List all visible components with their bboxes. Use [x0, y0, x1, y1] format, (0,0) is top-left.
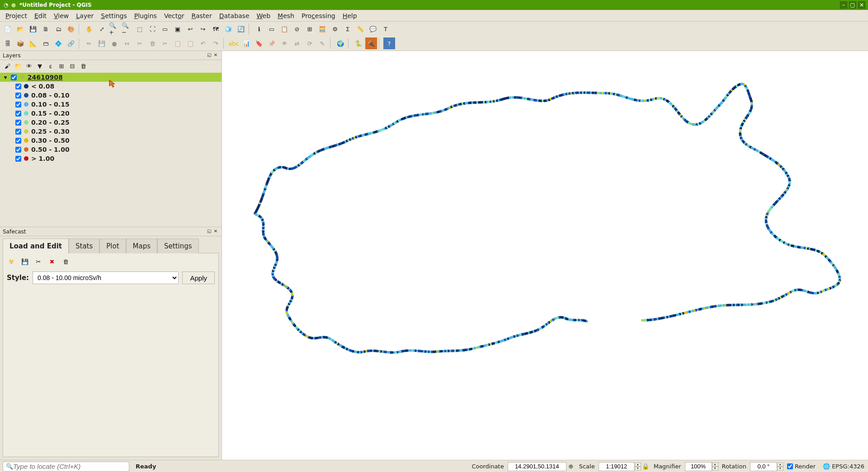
magnifier-up-button[interactable]: ▴: [712, 463, 718, 467]
legend-row[interactable]: 0.30 - 0.50: [0, 136, 222, 145]
menu-processing[interactable]: Processing: [298, 11, 339, 21]
tab-load-and-edit[interactable]: Load and Edit: [3, 238, 69, 253]
safecast-panel-close-button[interactable]: ✕: [212, 229, 219, 235]
legend-checkbox[interactable]: [15, 138, 21, 144]
menu-mesh[interactable]: Mesh: [274, 11, 298, 21]
layout-manager-button[interactable]: 🗂: [52, 23, 64, 35]
deselect-button[interactable]: ⊘: [291, 23, 303, 35]
legend-checkbox[interactable]: [15, 93, 21, 98]
annotation-button[interactable]: T: [380, 23, 392, 35]
legend-checkbox[interactable]: [15, 129, 21, 135]
coordinate-input[interactable]: [508, 462, 566, 471]
legend-row[interactable]: > 1.00: [0, 154, 222, 163]
layer-row-selected[interactable]: ▾ ⁘ 24610908: [0, 73, 222, 82]
cancel-icon[interactable]: ✖: [47, 257, 57, 266]
zoom-out-button[interactable]: 🔍−: [121, 23, 133, 35]
legend-row[interactable]: 0.15 - 0.20: [0, 109, 222, 118]
select-by-value-button[interactable]: 📋: [278, 23, 290, 35]
filter-expression-button[interactable]: ε: [46, 61, 55, 70]
window-minimize-button[interactable]: –: [840, 1, 847, 9]
legend-checkbox[interactable]: [15, 111, 21, 117]
rotate-label-button[interactable]: ⟳: [304, 37, 316, 49]
layers-panel-undock-button[interactable]: ◱: [206, 52, 212, 59]
save-project-button[interactable]: 💾: [27, 23, 39, 35]
manage-visibility-button[interactable]: 👁: [24, 61, 33, 70]
legend-checkbox[interactable]: [15, 102, 21, 107]
osm-download-button[interactable]: 🌍: [335, 37, 346, 49]
rotation-down-button[interactable]: ▾: [777, 467, 783, 471]
pin-label-button[interactable]: 📌: [266, 37, 278, 49]
toolbox-button[interactable]: ⚙: [329, 23, 341, 35]
menu-layer[interactable]: Layer: [72, 11, 97, 21]
new-virtual-layer-button[interactable]: 🔗: [65, 37, 77, 49]
window-close-button[interactable]: ✕: [858, 1, 865, 9]
rotation-up-button[interactable]: ▴: [777, 463, 783, 467]
expand-collapse-icon[interactable]: ▾: [3, 74, 8, 81]
legend-checkbox[interactable]: [15, 147, 21, 153]
legend-row[interactable]: 0.20 - 0.25: [0, 118, 222, 127]
legend-checkbox[interactable]: [15, 156, 21, 162]
plugin-manager-button[interactable]: 🔌: [365, 37, 377, 49]
rotation-input[interactable]: [750, 462, 777, 471]
locator-bar[interactable]: 🔍: [3, 462, 129, 472]
menu-project[interactable]: Project: [2, 11, 31, 21]
data-source-manager-button[interactable]: 🗄: [2, 37, 14, 49]
coord-toggle-button[interactable]: ⊕: [566, 462, 576, 471]
save-icon[interactable]: 💾: [20, 257, 29, 266]
select-button[interactable]: ▭: [266, 23, 278, 35]
zoom-in-button[interactable]: 🔍+: [108, 23, 120, 35]
label-highlight-button[interactable]: 🔖: [253, 37, 265, 49]
new-print-layout-button[interactable]: 🗎: [40, 23, 52, 35]
magnifier-down-button[interactable]: ▾: [712, 467, 718, 471]
style-layer-button[interactable]: 🖌: [3, 61, 12, 70]
filter-legend-button[interactable]: ▼: [35, 61, 44, 70]
toggle-editing-button[interactable]: ✏: [83, 37, 95, 49]
expand-all-button[interactable]: ⊞: [57, 61, 66, 70]
new-memory-layer-button[interactable]: 💠: [52, 37, 64, 49]
locator-input[interactable]: [13, 463, 126, 470]
refresh-button[interactable]: 🔄: [235, 23, 247, 35]
redo-button[interactable]: ↷: [210, 37, 222, 49]
legend-row[interactable]: 0.08 - 0.10: [0, 91, 222, 100]
map-tips-button[interactable]: 💬: [367, 23, 379, 35]
zoom-layer-button[interactable]: ▣: [172, 23, 184, 35]
undo-button[interactable]: ↶: [197, 37, 209, 49]
copy-button[interactable]: 📋: [172, 37, 184, 49]
crs-button[interactable]: 🌐EPSG:4326: [819, 463, 868, 470]
field-calc-button[interactable]: 🧮: [316, 23, 328, 35]
open-project-button[interactable]: 📂: [14, 23, 26, 35]
new-geopackage-button[interactable]: 📦: [14, 37, 26, 49]
add-feature-button[interactable]: ●: [108, 37, 120, 49]
new-map-view-button[interactable]: 🗺: [210, 23, 222, 35]
move-feature-button[interactable]: ↔: [121, 37, 133, 49]
menu-help[interactable]: Help: [339, 11, 361, 21]
legend-checkbox[interactable]: [15, 120, 21, 126]
paste-button[interactable]: 📋: [184, 37, 196, 49]
tab-maps[interactable]: Maps: [126, 238, 157, 253]
safecast-panel-undock-button[interactable]: ◱: [206, 229, 212, 235]
menu-raster[interactable]: Raster: [188, 11, 216, 21]
scale-up-button[interactable]: ▴: [635, 463, 641, 467]
identify-button[interactable]: ℹ: [253, 23, 265, 35]
menu-web[interactable]: Web: [253, 11, 274, 21]
style-manager-button[interactable]: 🎨: [65, 23, 77, 35]
remove-layer-button[interactable]: 🗑: [79, 61, 88, 70]
new-shapefile-button[interactable]: 📐: [27, 37, 39, 49]
tab-stats[interactable]: Stats: [69, 238, 99, 253]
layer-visibility-checkbox[interactable]: [11, 75, 17, 80]
style-select[interactable]: 0.08 - 10.00 microSv/h: [33, 271, 179, 284]
menu-plugins[interactable]: Plugins: [131, 11, 160, 21]
menu-settings[interactable]: Settings: [97, 11, 130, 21]
menu-database[interactable]: Database: [216, 11, 253, 21]
hide-label-button[interactable]: 👁: [278, 37, 290, 49]
save-edits-button[interactable]: 💾: [96, 37, 108, 49]
legend-checkbox[interactable]: [15, 84, 21, 89]
node-tool-button[interactable]: ✂: [134, 37, 146, 49]
zoom-last-button[interactable]: ↩: [184, 23, 196, 35]
new-3d-view-button[interactable]: 🧊: [222, 23, 234, 35]
collapse-all-button[interactable]: ⊟: [68, 61, 77, 70]
change-label-button[interactable]: ✎: [316, 37, 328, 49]
map-canvas[interactable]: [222, 51, 868, 460]
cut-icon[interactable]: ✂: [34, 257, 43, 266]
scale-down-button[interactable]: ▾: [635, 467, 641, 471]
